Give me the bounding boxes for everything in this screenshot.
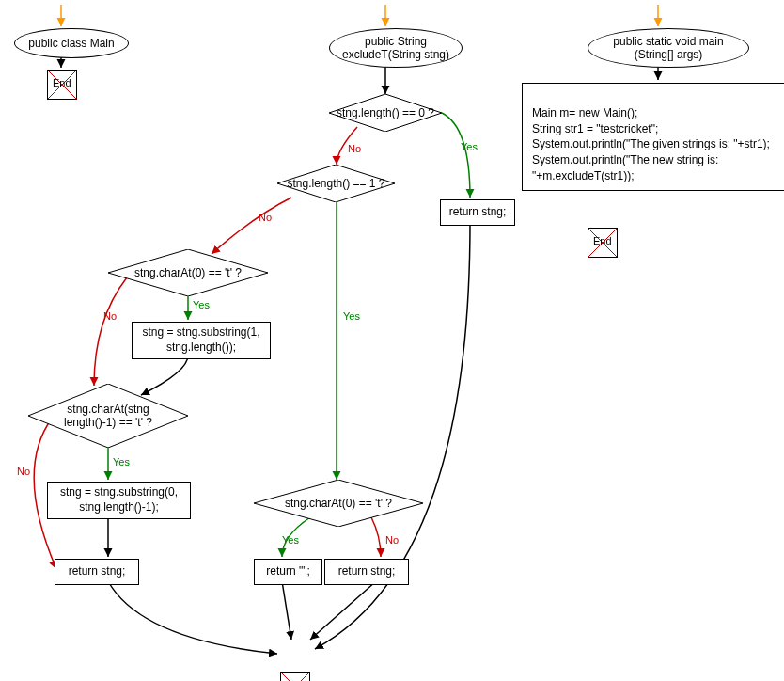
return-empty: return ""; (254, 559, 322, 585)
substring-label: stng = stng.substring(0, stng.length()-1… (60, 485, 178, 515)
decision-length-0: stng.length() == 0 ? (329, 94, 442, 132)
return-stng-top: return stng; (440, 199, 515, 226)
class-start-label: public class Main (28, 37, 114, 50)
main-start-label: public static void main (String[] args) (613, 35, 723, 62)
decision-label: stng.charAt(0) == 't' ? (134, 266, 242, 279)
substring-0: stng = stng.substring(0, stng.length()-1… (47, 482, 191, 519)
method-start: public String excludeT(String stng) (329, 28, 463, 68)
edge-yes: Yes (461, 141, 478, 152)
edge-no: No (103, 310, 117, 322)
decision-charat0-t-2: stng.charAt(0) == 't' ? (254, 480, 423, 527)
svg-line-9 (310, 581, 376, 640)
edge-yes: Yes (193, 299, 210, 310)
edge-no: No (17, 466, 30, 477)
svg-line-8 (282, 581, 291, 640)
decision-charat0-t: stng.charAt(0) == 't' ? (108, 249, 268, 296)
main-start: public static void main (String[] args) (588, 28, 749, 68)
edge-yes: Yes (282, 534, 299, 546)
return-label: return stng; (449, 205, 507, 220)
substring-1: stng = stng.substring(1, stng.length()); (132, 322, 271, 359)
main-code: Main m= new Main(); String str1 = "testc… (522, 83, 784, 191)
return-stng-right: return stng; (324, 559, 409, 585)
end-terminal-1: End (47, 70, 77, 100)
edge-yes: Yes (343, 310, 360, 322)
return-label: return stng; (69, 564, 126, 579)
decision-label: stng.charAt(stng length()-1) == 't' ? (64, 403, 152, 429)
class-start: public class Main (14, 28, 129, 58)
edge-no: No (348, 143, 361, 154)
end-terminal-3: End (588, 228, 618, 258)
main-code-text: Main m= new Main(); String str1 = "testc… (532, 106, 770, 182)
decision-label: stng.charAt(0) == 't' ? (285, 497, 392, 510)
method-start-label: public String excludeT(String stng) (342, 35, 449, 62)
edge-no: No (385, 534, 399, 546)
return-stng-left: return stng; (55, 559, 139, 585)
end-terminal-2: End (280, 672, 310, 681)
return-label: return stng; (338, 564, 396, 579)
edge-yes: Yes (113, 456, 130, 467)
end-label: End (53, 77, 71, 88)
substring-label: stng = stng.substring(1, stng.length()); (142, 325, 259, 355)
decision-label: stng.length() == 0 ? (337, 106, 434, 119)
end-label: End (593, 235, 612, 246)
return-label: return ""; (266, 564, 310, 579)
edge-no: No (259, 212, 272, 223)
decision-label: stng.length() == 1 ? (287, 177, 384, 190)
decision-last-t: stng.charAt(stng length()-1) == 't' ? (28, 384, 188, 448)
decision-length-1: stng.length() == 1 ? (277, 165, 395, 202)
